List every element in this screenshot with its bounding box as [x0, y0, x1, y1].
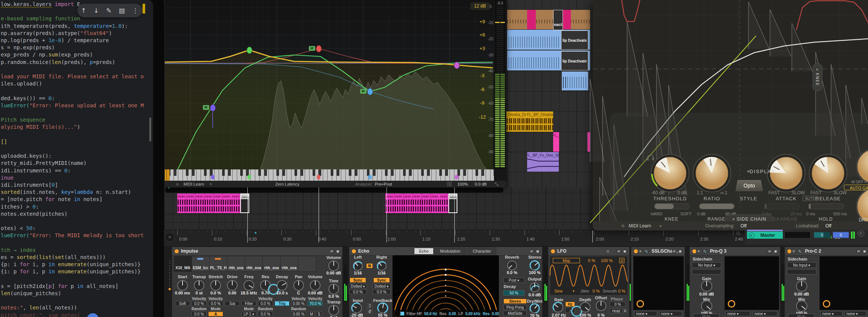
hz-mode[interactable]: Hz: [565, 302, 575, 307]
ping-pong-mode[interactable]: Ping Pong: [503, 305, 527, 310]
midi-learn-led[interactable]: [176, 183, 179, 186]
auto-gain-toggle[interactable]: AUTO GAIN: [844, 185, 868, 191]
filter-bar[interactable]: ▶Filter HP50.0 HzRes0.00LP5.00 kHzRes0.0…: [393, 310, 499, 317]
eq-band-dot[interactable]: [316, 45, 322, 52]
routing-select[interactable]: none ▾: [725, 311, 750, 316]
mute-button[interactable]: Mute: [693, 314, 719, 317]
sample-slot[interactable]: X10_WA: [174, 256, 192, 272]
stereo-width-knob[interactable]: [529, 260, 540, 271]
sub-button[interactable]: LP 1 ▾: [241, 312, 256, 317]
keyboard-band-dot[interactable]: [211, 175, 215, 180]
mix-knob[interactable]: [701, 300, 713, 312]
clip[interactable]: eact: [553, 10, 563, 30]
sub-button[interactable]: Trig: [275, 301, 290, 306]
eq-band-dot[interactable]: [454, 62, 460, 69]
phase-value[interactable]: 0 %: [610, 302, 626, 307]
slider-knee[interactable]: [654, 203, 690, 209]
loop-marker[interactable]: ▲: [254, 230, 258, 234]
piano-keyboard[interactable]: [165, 169, 494, 181]
horizontal-scrollbar[interactable]: [165, 187, 504, 193]
delete-icon[interactable]: ▤: [119, 7, 125, 14]
eq-band-dot[interactable]: [247, 47, 252, 54]
latency-mode[interactable]: Zero Latency: [275, 182, 299, 186]
oversampling-value[interactable]: Off: [741, 223, 747, 229]
division-select[interactable]: Dotted ▾: [373, 284, 391, 289]
filter-param[interactable]: 0.00: [449, 312, 456, 316]
sub-button[interactable]: 0.0 %: [192, 312, 207, 317]
lfo-device[interactable]: LFO⇄▣▢Map0 %100 %☰Sine▾Jitter0 %Smooth0 …: [548, 247, 630, 317]
device-title-bar[interactable]: LFO⇄▣: [548, 247, 629, 256]
audio-clip[interactable]: AHA: [431, 194, 440, 213]
transp-main-knob[interactable]: [328, 305, 339, 316]
sample-slot[interactable]: [298, 256, 316, 272]
phase-button[interactable]: Ø: [367, 309, 373, 314]
sslg-channel-device[interactable]: SSLGChan...⇄▣▾🔧none ▾none ▾: [631, 247, 685, 317]
drive-knob[interactable]: [227, 280, 238, 291]
sub-button[interactable]: 0.0 %: [208, 301, 223, 306]
stereo-link-toggle[interactable]: ⧉: [366, 263, 373, 268]
sample-slot[interactable]: PL_TS_H: [209, 256, 227, 272]
compressor-plugin-window[interactable]: « KNEE-60 dB0 dBTHRESHOLD1:1∞:1RATIOFAST…: [593, 0, 868, 230]
depth-knob[interactable]: [580, 302, 591, 313]
clip[interactable]: lip Deactivate: [507, 30, 590, 50]
midi-learn-led[interactable]: [621, 224, 624, 227]
sub-button[interactable]: A: [208, 312, 223, 317]
echo-visualization[interactable]: ▶Filter HP50.0 HzRes0.00LP5.00 kHzRes0.0…: [393, 255, 499, 317]
filter-toggle[interactable]: [400, 312, 404, 315]
audio-clip[interactable]: AHA: [195, 194, 204, 213]
volume-main-knob[interactable]: [328, 260, 339, 271]
device-title-bar[interactable]: Pro-C 2⇄▣▾🔧: [785, 247, 868, 256]
cell-toolbar[interactable]: ↑↓✎▤⋮: [77, 4, 142, 17]
sub-button[interactable]: 0.00 %: [291, 301, 306, 306]
sub-button[interactable]: Soft: [175, 301, 190, 306]
min-percent[interactable]: 0 %: [588, 258, 595, 263]
display-toggle[interactable]: DISPLAY: [750, 169, 775, 174]
routing-select[interactable]: none ▾: [845, 311, 866, 316]
sample-slot[interactable]: rhh_sna: [280, 256, 298, 272]
sample-slot[interactable]: rhh_sna: [262, 256, 281, 272]
analyzer-value[interactable]: Pre+Post: [375, 182, 392, 186]
eq-range-badge[interactable]: 12 dB: [470, 2, 490, 10]
zoom-level[interactable]: 100%: [457, 182, 468, 186]
wrench-icon[interactable]: 🔧: [797, 249, 802, 254]
display-scale-icon[interactable]: ⌸: [447, 182, 452, 186]
drag-handle[interactable]: [169, 261, 171, 287]
lookahead-value[interactable]: Off: [825, 223, 831, 229]
sub-button[interactable]: Sat: [225, 301, 240, 306]
stretch-knob[interactable]: [210, 280, 221, 291]
keyboard-band-dot[interactable]: [455, 175, 459, 180]
scroll-down-fab[interactable]: [87, 313, 99, 317]
device-activator[interactable]: [551, 249, 555, 254]
plugin-panel[interactable]: [819, 256, 868, 310]
hot-swap-icon[interactable]: ⇄: [672, 249, 677, 254]
clip[interactable]: [562, 72, 588, 90]
menu-icon[interactable]: ☰: [619, 258, 624, 263]
volume-knob[interactable]: [310, 280, 321, 291]
sync-mode[interactable]: ♪: [565, 308, 575, 313]
pro-c2-device[interactable]: Pro-C 2⇄▣▾🔧SidechainNo Input ▾Gain0.00 d…: [784, 247, 868, 317]
left-time-knob[interactable]: [353, 261, 363, 271]
send-a-box[interactable]: 0: [814, 232, 830, 238]
clip-deactivate-box[interactable]: lip Deactivate: [561, 30, 588, 50]
routing-select[interactable]: none ▾: [753, 311, 778, 316]
audio-clip[interactable]: AHA: [177, 194, 186, 213]
start-knob[interactable]: [177, 280, 188, 291]
style-selector[interactable]: Opto: [735, 180, 763, 191]
tab-modulation[interactable]: Modulation: [434, 248, 466, 255]
clip-deactivate-box[interactable]: lip Deactivate: [561, 51, 588, 70]
resize-icon[interactable]: ⤡: [495, 181, 498, 187]
band-mute-tag[interactable]: M: [360, 89, 367, 94]
audio-clip[interactable]: AHA: [186, 194, 195, 213]
filter-param[interactable]: 50.0 Hz: [424, 312, 437, 316]
slider-hold[interactable]: [808, 203, 844, 209]
keyboard-band-dot[interactable]: [368, 175, 372, 180]
tab-echo[interactable]: Echo: [414, 248, 434, 255]
plugin-panel[interactable]: [724, 256, 779, 310]
hot-swap-icon[interactable]: ⇄: [330, 249, 334, 254]
save-preset-icon[interactable]: ▣: [678, 249, 683, 254]
clip[interactable]: FL_B: [553, 132, 559, 152]
move-down-icon[interactable]: ↓: [94, 7, 99, 14]
decay-knob[interactable]: [276, 280, 288, 291]
filter-param[interactable]: LP: [458, 312, 463, 316]
hot-swap-icon[interactable]: ⇄: [616, 249, 621, 254]
